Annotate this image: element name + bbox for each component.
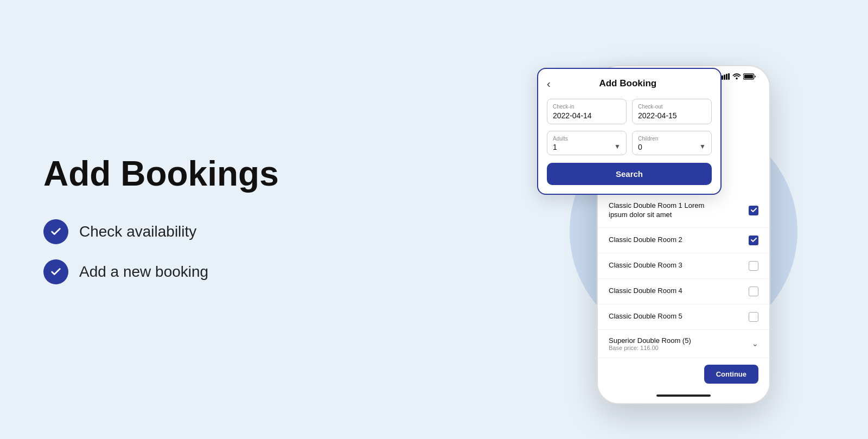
- home-indicator: [656, 395, 711, 397]
- continue-row: Continue: [598, 358, 769, 390]
- continue-button[interactable]: Continue: [704, 365, 758, 384]
- checkin-field[interactable]: Check-in 2022-04-14: [547, 99, 627, 124]
- phone-bottom-bar: [598, 390, 769, 403]
- status-icons: [722, 73, 756, 80]
- phone-scene: 10:44: [570, 35, 797, 404]
- checkin-label: Check-in: [553, 104, 621, 110]
- feature-text-1: Check availability: [79, 223, 196, 240]
- check-icon-2: [43, 259, 68, 284]
- booking-card-title: Add Booking: [555, 78, 701, 89]
- room-item-1: Classic Double Room 1 Lorem ipsum dolor …: [598, 193, 769, 228]
- svg-rect-3: [728, 73, 730, 80]
- right-panel: 10:44: [499, 0, 868, 439]
- room-item-4: Classic Double Room 4: [598, 279, 769, 304]
- check-icon-1: [43, 219, 68, 244]
- adults-field[interactable]: Adults 1 ▼: [547, 131, 627, 155]
- page-wrapper: Add Bookings Check availability Add a ne…: [0, 0, 868, 439]
- search-button[interactable]: Search: [547, 163, 712, 185]
- feature-item-2: Add a new booking: [43, 259, 456, 284]
- date-row: Check-in 2022-04-14 Check-out 2022-04-15: [547, 99, 712, 124]
- checkbox-3[interactable]: [749, 261, 758, 271]
- svg-rect-6: [744, 75, 753, 79]
- svg-rect-1: [724, 75, 725, 80]
- room-item-5: Classic Double Room 5: [598, 304, 769, 330]
- checkout-field[interactable]: Check-out 2022-04-15: [632, 99, 712, 124]
- room-item-2: Classic Double Room 2: [598, 228, 769, 253]
- children-field[interactable]: Children 0 ▼: [632, 131, 712, 155]
- features-list: Check availability Add a new booking: [43, 219, 456, 284]
- room-name-4: Classic Double Room 4: [609, 287, 682, 296]
- checkout-value: 2022-04-15: [638, 111, 677, 120]
- feature-text-2: Add a new booking: [79, 263, 208, 281]
- checkbox-5[interactable]: [749, 312, 758, 322]
- adults-arrow: ▼: [614, 143, 621, 150]
- room-name-2: Classic Double Room 2: [609, 236, 682, 245]
- checkbox-4[interactable]: [749, 287, 758, 296]
- checkbox-2[interactable]: [749, 236, 758, 245]
- page-title: Add Bookings: [43, 155, 456, 193]
- room-group-price: Base price: 116.00: [609, 345, 691, 351]
- room-name-5: Classic Double Room 5: [609, 312, 682, 321]
- adults-value: 1: [553, 143, 614, 151]
- checkout-label: Check-out: [638, 104, 706, 110]
- room-item-3: Classic Double Room 3: [598, 253, 769, 279]
- room-list: Classic Double Room 1 Lorem ipsum dolor …: [598, 193, 769, 390]
- guest-row: Adults 1 ▼ Children 0 ▼: [547, 131, 712, 155]
- booking-card: ‹ Add Booking Check-in 2022-04-14 Check-…: [537, 68, 722, 195]
- children-arrow: ▼: [699, 143, 706, 150]
- checkbox-1[interactable]: [749, 206, 758, 215]
- room-name-1: Classic Double Room 1 Lorem ipsum dolor …: [609, 201, 717, 220]
- chevron-down-icon: ⌄: [752, 339, 758, 348]
- svg-rect-0: [722, 75, 723, 80]
- room-group-info: Superior Double Room (5) Base price: 116…: [609, 336, 691, 351]
- room-name-3: Classic Double Room 3: [609, 261, 682, 270]
- adults-inner: Adults 1: [553, 136, 614, 151]
- left-panel: Add Bookings Check availability Add a ne…: [0, 155, 499, 284]
- room-group-item[interactable]: Superior Double Room (5) Base price: 116…: [598, 330, 769, 358]
- svg-rect-2: [726, 74, 727, 80]
- children-value: 0: [638, 143, 699, 151]
- children-label: Children: [638, 136, 699, 142]
- checkin-value: 2022-04-14: [553, 111, 592, 120]
- booking-card-header: ‹ Add Booking: [547, 78, 712, 90]
- children-inner: Children 0: [638, 136, 699, 151]
- svg-point-4: [736, 78, 738, 80]
- back-button[interactable]: ‹: [547, 78, 551, 90]
- adults-label: Adults: [553, 136, 614, 142]
- room-group-name: Superior Double Room (5): [609, 336, 691, 345]
- feature-item-1: Check availability: [43, 219, 456, 244]
